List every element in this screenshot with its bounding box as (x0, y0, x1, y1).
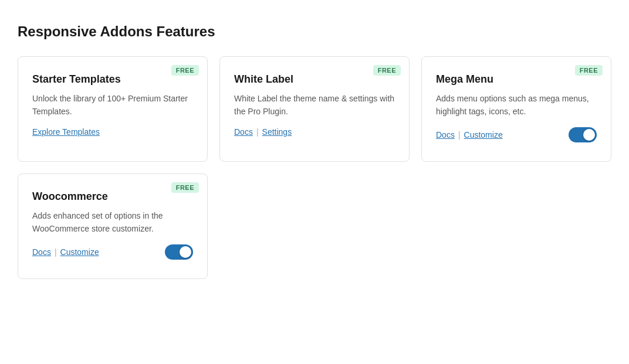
card-starter-templates: FREE Starter Templates Unlock the librar… (18, 56, 208, 162)
white-label-settings-link[interactable]: Settings (262, 127, 292, 137)
free-badge: FREE (373, 65, 401, 76)
card-mega-menu: FREE Mega Menu Adds menu options such as… (421, 56, 611, 162)
card-links-mega-menu: Docs | Customize (436, 130, 503, 140)
toggle-thumb (180, 246, 191, 258)
white-label-docs-link[interactable]: Docs (234, 127, 253, 137)
mega-menu-docs-link[interactable]: Docs (436, 130, 455, 140)
explore-templates-link[interactable]: Explore Templates (32, 127, 100, 137)
link-separator: | (256, 127, 259, 137)
link-separator: | (458, 130, 461, 140)
link-separator: | (55, 247, 57, 257)
card-white-label: FREE White Label White Label the theme n… (219, 56, 410, 162)
woocommerce-toggle[interactable] (165, 244, 193, 260)
free-badge: FREE (575, 65, 603, 76)
woocommerce-customize-link[interactable]: Customize (60, 247, 99, 257)
mega-menu-toggle[interactable] (569, 127, 597, 142)
card-desc-mega-menu: Adds menu options such as mega menus, hi… (436, 93, 597, 118)
card-desc-starter-templates: Unlock the library of 100+ Premium Start… (32, 93, 193, 118)
mega-menu-customize-link[interactable]: Customize (464, 130, 503, 140)
card-links-white-label: Docs | Settings (234, 127, 395, 137)
free-badge: FREE (171, 65, 199, 76)
card-footer-mega-menu: Docs | Customize (436, 127, 597, 142)
free-badge: FREE (171, 182, 199, 193)
card-links-starter-templates: Explore Templates (32, 127, 193, 137)
page-title: Responsive Addons Features (18, 23, 611, 40)
card-links-woocommerce: Docs | Customize (32, 247, 99, 257)
toggle-track (165, 244, 193, 260)
card-woocommerce: FREE Woocommerce Adds enhanced set of op… (18, 174, 208, 279)
card-title-mega-menu: Mega Menu (436, 73, 597, 86)
cards-row-1: FREE Starter Templates Unlock the librar… (18, 56, 611, 162)
card-title-starter-templates: Starter Templates (32, 73, 193, 86)
woocommerce-docs-link[interactable]: Docs (32, 247, 51, 257)
card-title-woocommerce: Woocommerce (32, 190, 193, 203)
card-footer-woocommerce: Docs | Customize (32, 244, 193, 260)
toggle-thumb (583, 129, 595, 141)
card-desc-woocommerce: Adds enhanced set of options in the WooC… (32, 210, 193, 235)
toggle-track (569, 127, 597, 142)
card-title-white-label: White Label (234, 73, 395, 86)
cards-row-2: FREE Woocommerce Adds enhanced set of op… (18, 174, 611, 279)
card-desc-white-label: White Label the theme name & settings wi… (234, 93, 395, 118)
